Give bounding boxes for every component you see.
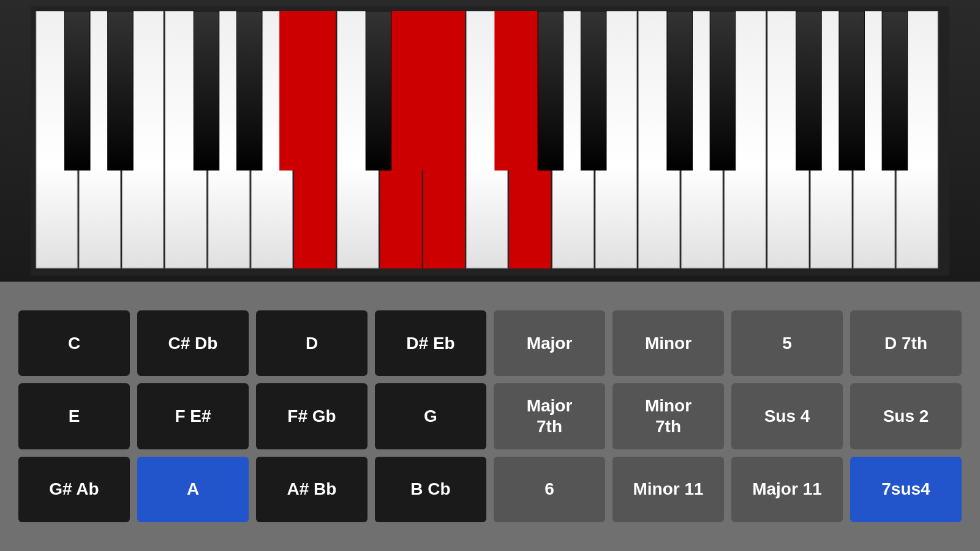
chord-5[interactable]: 5 xyxy=(731,310,843,376)
black-key-ds5[interactable] xyxy=(710,11,736,170)
chord-7sus4[interactable]: 7sus4 xyxy=(850,457,962,522)
note-button-fes[interactable]: F E# xyxy=(137,383,249,449)
black-key-fs3[interactable] xyxy=(194,11,219,170)
chord-major11[interactable]: Major 11 xyxy=(731,457,843,522)
chord-d7th[interactable]: D 7th xyxy=(850,310,962,376)
chord-minor11[interactable]: Minor 11 xyxy=(612,457,724,522)
black-key-as3-active[interactable] xyxy=(280,11,306,170)
black-key-cs3[interactable] xyxy=(64,11,90,170)
black-key-as4[interactable] xyxy=(581,11,606,170)
piano-section xyxy=(0,0,980,282)
note-button-fsgb[interactable]: F# Gb xyxy=(256,383,368,449)
piano-svg[interactable] xyxy=(36,11,944,274)
chord-major7th[interactable]: Major 7th xyxy=(494,383,605,449)
chord-sus4[interactable]: Sus 4 xyxy=(731,383,843,449)
button-grid: C C# Db D D# Eb Major Minor 5 D 7th E F … xyxy=(18,310,962,522)
note-button-a[interactable]: A xyxy=(137,457,249,522)
black-key-gs4[interactable] xyxy=(538,11,564,170)
note-button-gsab[interactable]: G# Ab xyxy=(18,457,130,522)
black-key-cs5[interactable] xyxy=(667,11,693,170)
chord-6[interactable]: 6 xyxy=(494,457,605,522)
note-button-csdb[interactable]: C# Db xyxy=(137,310,249,376)
black-key-ds4-active[interactable] xyxy=(409,11,434,170)
piano-container xyxy=(31,6,949,276)
note-button-d[interactable]: D xyxy=(256,310,368,376)
note-button-dseb[interactable]: D# Eb xyxy=(375,310,486,376)
note-button-g[interactable]: G xyxy=(375,383,486,449)
controls-section: C C# Db D D# Eb Major Minor 5 D 7th E F … xyxy=(0,282,980,551)
chord-sus2[interactable]: Sus 2 xyxy=(850,383,962,449)
black-key-fs4-active[interactable] xyxy=(495,11,521,170)
chord-minor7th[interactable]: Minor 7th xyxy=(612,383,724,449)
black-key-gs5[interactable] xyxy=(839,11,865,170)
chord-minor[interactable]: Minor xyxy=(612,310,724,376)
chord-major[interactable]: Major xyxy=(494,310,605,376)
note-button-asbb[interactable]: A# Bb xyxy=(256,457,368,522)
note-button-e[interactable]: E xyxy=(18,383,130,449)
black-key-ds3[interactable] xyxy=(108,11,134,170)
note-button-bcb[interactable]: B Cb xyxy=(375,457,486,522)
black-key-gs3[interactable] xyxy=(236,11,262,170)
black-key-fs5[interactable] xyxy=(796,11,822,170)
black-key-as5[interactable] xyxy=(882,11,908,170)
black-key-cs4[interactable] xyxy=(366,11,391,170)
note-button-c[interactable]: C xyxy=(18,310,130,376)
